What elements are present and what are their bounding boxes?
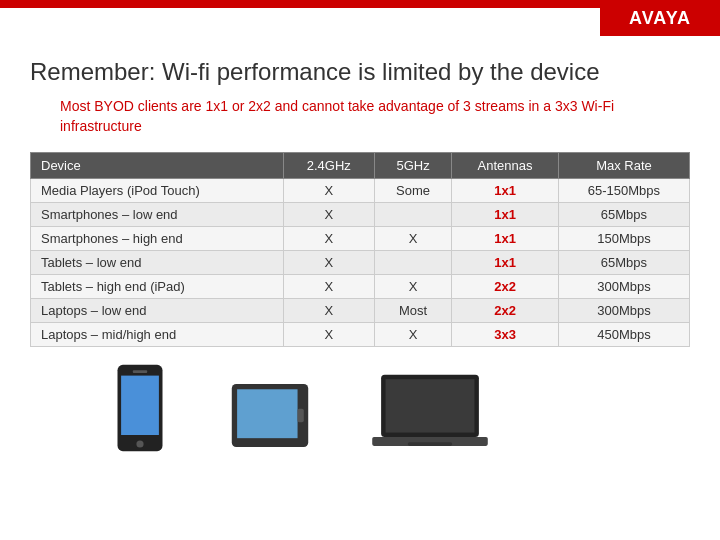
cell-24ghz: X [283,179,374,203]
table-row: Media Players (iPod Touch)XSome1x165-150… [31,179,690,203]
svg-rect-6 [298,409,304,422]
tablet-image [230,378,310,453]
cell-antennas: 3x3 [452,323,559,347]
phone-image [110,363,170,453]
table-row: Laptops – mid/high endXX3x3450Mbps [31,323,690,347]
cell-maxrate: 65Mbps [558,251,689,275]
laptop-image [370,373,490,453]
cell-antennas: 2x2 [452,299,559,323]
cell-device: Tablets – high end (iPad) [31,275,284,299]
cell-5ghz [374,251,451,275]
cell-24ghz: X [283,227,374,251]
cell-maxrate: 65-150Mbps [558,179,689,203]
cell-24ghz: X [283,275,374,299]
logo-area: AVAYA [600,0,720,36]
cell-device: Media Players (iPod Touch) [31,179,284,203]
cell-5ghz: X [374,227,451,251]
svg-rect-5 [237,390,297,439]
cell-antennas: 1x1 [452,227,559,251]
col-device: Device [31,153,284,179]
table-row: Tablets – low endX1x165Mbps [31,251,690,275]
cell-antennas: 1x1 [452,203,559,227]
cell-antennas: 1x1 [452,251,559,275]
table-row: Smartphones – low endX1x165Mbps [31,203,690,227]
cell-24ghz: X [283,203,374,227]
svg-rect-9 [386,380,475,433]
cell-device: Smartphones – low end [31,203,284,227]
col-antennas: Antennas [452,153,559,179]
cell-maxrate: 300Mbps [558,275,689,299]
avaya-logo: AVAYA [629,8,691,29]
table-row: Laptops – low endXMost2x2300Mbps [31,299,690,323]
table-row: Smartphones – high endXX1x1150Mbps [31,227,690,251]
svg-rect-1 [121,376,159,435]
cell-5ghz: X [374,323,451,347]
cell-device: Laptops – low end [31,299,284,323]
cell-5ghz: X [374,275,451,299]
cell-24ghz: X [283,323,374,347]
cell-maxrate: 450Mbps [558,323,689,347]
table-header-row: Device 2.4GHz 5GHz Antennas Max Rate [31,153,690,179]
col-5ghz: 5GHz [374,153,451,179]
cell-24ghz: X [283,299,374,323]
cell-antennas: 1x1 [452,179,559,203]
cell-maxrate: 300Mbps [558,299,689,323]
cell-maxrate: 65Mbps [558,203,689,227]
cell-device: Tablets – low end [31,251,284,275]
main-title: Remember: Wi-fi performance is limited b… [30,56,690,87]
main-content: Remember: Wi-fi performance is limited b… [0,36,720,540]
svg-point-3 [136,441,143,448]
cell-maxrate: 150Mbps [558,227,689,251]
cell-device: Smartphones – high end [31,227,284,251]
col-maxrate: Max Rate [558,153,689,179]
subtitle: Most BYOD clients are 1x1 or 2x2 and can… [60,97,690,136]
table-row: Tablets – high end (iPad)XX2x2300Mbps [31,275,690,299]
device-table: Device 2.4GHz 5GHz Antennas Max Rate Med… [30,152,690,347]
cell-antennas: 2x2 [452,275,559,299]
device-images-row [30,363,690,453]
cell-device: Laptops – mid/high end [31,323,284,347]
cell-5ghz [374,203,451,227]
svg-rect-2 [133,371,147,374]
cell-5ghz: Some [374,179,451,203]
cell-5ghz: Most [374,299,451,323]
cell-24ghz: X [283,251,374,275]
col-24ghz: 2.4GHz [283,153,374,179]
svg-rect-11 [408,443,452,447]
